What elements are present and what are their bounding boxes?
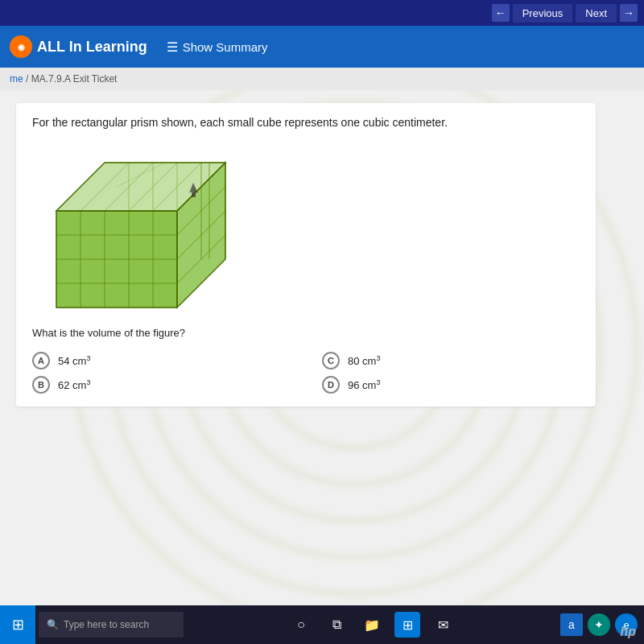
mail-icon[interactable]: ✉	[430, 612, 456, 638]
logo-icon: ◉	[10, 35, 32, 58]
nav-prev-next: ← Previous Next →	[492, 4, 638, 23]
next-button[interactable]: Next	[576, 4, 617, 23]
cube-svg	[32, 138, 274, 316]
taskbar: ⊞ 🔍 Type here to search ○ ⧉ 📁 ⊞ ✉ a ✦ e …	[0, 605, 644, 644]
answer-text-b: 62 cm3	[58, 378, 90, 391]
show-summary-label: Show Summary	[183, 40, 268, 54]
dropbox-icon[interactable]: ✦	[588, 613, 610, 636]
windows-icon: ⊞	[12, 616, 24, 634]
answer-option-c[interactable]: C 80 cm3	[322, 352, 580, 369]
explorer-icon[interactable]: 📁	[359, 612, 385, 638]
question-description: For the rectangular prism shown, each sm…	[32, 116, 580, 129]
taskview-icon[interactable]: ⧉	[324, 612, 349, 638]
taskbar-center: ○ ⧉ 📁 ⊞ ✉	[184, 612, 560, 638]
search-icon: 🔍	[47, 619, 59, 630]
taskbar-search[interactable]: 🔍 Type here to search	[39, 612, 184, 638]
breadcrumb: me / MA.7.9.A Exit Ticket	[0, 68, 644, 90]
start-button[interactable]: ⊞	[0, 605, 35, 644]
previous-button[interactable]: Previous	[513, 4, 573, 23]
show-summary-button[interactable]: ☰ Show Summary	[160, 36, 275, 58]
cortana-icon[interactable]: ○	[288, 612, 314, 638]
hamburger-icon: ☰	[167, 39, 178, 55]
forward-arrow-button[interactable]: →	[620, 4, 638, 22]
cube-illustration	[32, 138, 580, 319]
search-placeholder: Type here to search	[64, 619, 149, 630]
store-icon[interactable]: ⊞	[394, 612, 420, 638]
answer-option-d[interactable]: D 96 cm3	[322, 376, 580, 394]
letter-a-icon[interactable]: a	[560, 613, 583, 636]
hp-logo: hp	[620, 625, 636, 639]
answer-circle-c: C	[322, 352, 340, 369]
breadcrumb-separator: /	[23, 73, 31, 85]
answers-grid: A 54 cm3 C 80 cm3 B 62 cm3 D 96 cm3	[32, 352, 580, 394]
answer-circle-a: A	[32, 352, 50, 369]
app-header: ◉ ALL In Learning ☰ Show Summary	[0, 26, 644, 68]
app-title: ALL In Learning	[37, 39, 147, 56]
answer-text-c: 80 cm3	[348, 354, 380, 367]
question-container: For the rectangular prism shown, each sm…	[16, 103, 596, 407]
answer-option-b[interactable]: B 62 cm3	[32, 376, 290, 394]
answer-circle-b: B	[32, 376, 50, 394]
breadcrumb-current: MA.7.9.A Exit Ticket	[31, 73, 118, 85]
back-arrow-button[interactable]: ←	[492, 4, 510, 22]
answer-option-a[interactable]: A 54 cm3	[32, 352, 290, 369]
top-nav-bar: ← Previous Next →	[0, 0, 644, 26]
answer-circle-d: D	[322, 376, 340, 394]
app-logo: ◉ ALL In Learning	[10, 35, 147, 58]
answer-text-a: 54 cm3	[58, 354, 90, 367]
volume-question: What is the volume of the figure?	[32, 327, 580, 339]
answer-text-d: 96 cm3	[348, 378, 380, 391]
breadcrumb-home[interactable]: me	[10, 73, 23, 85]
main-content: For the rectangular prism shown, each sm…	[0, 90, 644, 605]
